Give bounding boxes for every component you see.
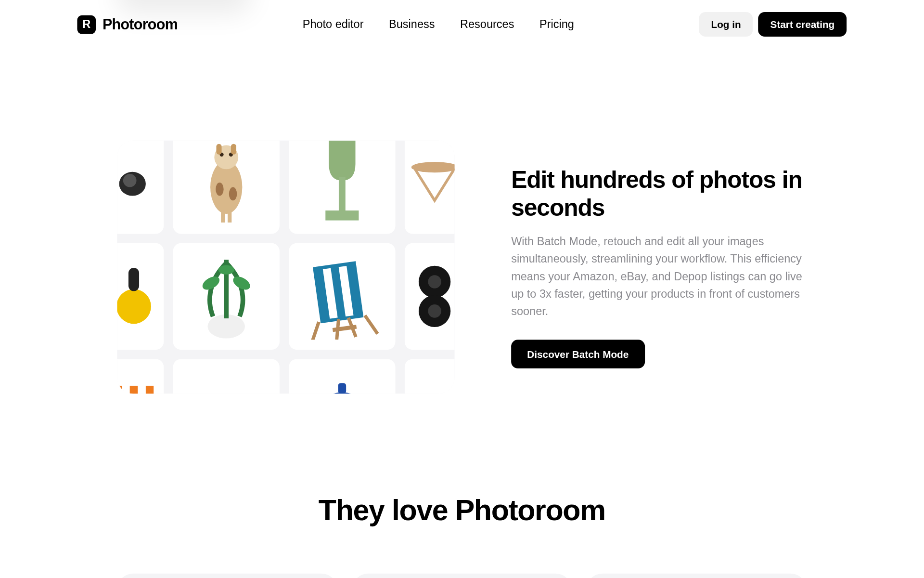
product-tile (289, 243, 395, 350)
feature-section-batch-mode: Edit hundreds of photos in seconds With … (0, 49, 924, 394)
discover-batch-mode-button[interactable]: Discover Batch Mode (511, 340, 644, 368)
svg-rect-7 (231, 144, 236, 155)
primary-nav: Photo editor Business Resources Pricing (303, 18, 574, 31)
testimonial-cards: Affordable and efficient Suitable photos… (117, 574, 807, 578)
nav-item-resources[interactable]: Resources (460, 18, 514, 31)
svg-rect-12 (339, 177, 346, 214)
svg-rect-11 (228, 209, 231, 223)
nav-item-pricing[interactable]: Pricing (539, 18, 574, 31)
testimonial-card: Suitable photos for my website (352, 574, 572, 578)
svg-point-27 (428, 275, 441, 289)
testimonials-section: They love Photoroom Affordable and effic… (0, 394, 924, 578)
header-actions: Log in Start creating (699, 12, 847, 37)
svg-rect-6 (216, 144, 221, 155)
svg-point-29 (428, 304, 441, 318)
product-tile (405, 141, 455, 234)
login-button[interactable]: Log in (699, 12, 753, 37)
product-tile (405, 243, 455, 350)
product-tile (117, 359, 164, 394)
feature-text-block: Edit hundreds of photos in seconds With … (511, 166, 807, 368)
start-creating-button[interactable]: Start creating (758, 12, 847, 37)
svg-rect-10 (221, 209, 225, 223)
svg-rect-13 (325, 210, 359, 221)
testimonial-card: A total game changer! (587, 574, 807, 578)
nav-item-business[interactable]: Business (389, 18, 435, 31)
product-tile (117, 243, 164, 350)
product-tile (173, 141, 280, 234)
svg-rect-16 (128, 268, 139, 291)
feature-image-grid (117, 141, 454, 394)
product-tile (173, 243, 280, 350)
feature-title: Edit hundreds of photos in seconds (511, 166, 807, 221)
svg-point-9 (229, 187, 237, 201)
svg-point-14 (411, 162, 455, 172)
testimonials-title: They love Photoroom (117, 494, 807, 527)
brand-logo[interactable]: Photoroom (77, 15, 178, 34)
logo-icon (77, 15, 96, 34)
nav-item-photo-editor[interactable]: Photo editor (303, 18, 364, 31)
svg-rect-33 (146, 386, 154, 394)
svg-rect-31 (117, 386, 122, 394)
feature-description: With Batch Mode, retouch and edit all yo… (511, 233, 807, 321)
product-tile (289, 359, 395, 394)
product-tile (289, 141, 395, 234)
testimonial-card: Affordable and efficient (117, 574, 337, 578)
svg-point-15 (117, 289, 151, 324)
svg-point-1 (123, 174, 137, 187)
product-tile (117, 141, 164, 234)
product-tile (405, 359, 455, 394)
svg-rect-34 (338, 383, 346, 394)
svg-point-8 (216, 183, 224, 196)
svg-rect-32 (130, 386, 138, 394)
site-header: Photoroom Photo editor Business Resource… (0, 0, 924, 49)
product-tile (173, 359, 280, 394)
brand-name: Photoroom (103, 16, 178, 33)
svg-point-20 (218, 265, 234, 274)
